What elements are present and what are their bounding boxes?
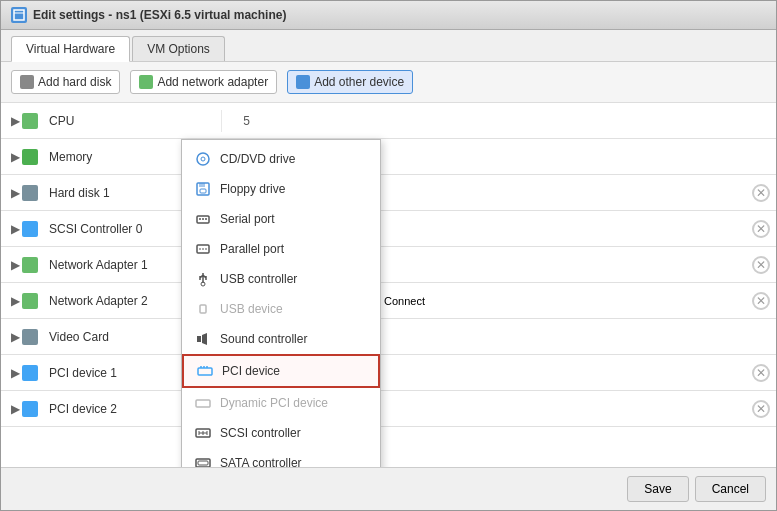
cd-dvd-label: CD/DVD drive bbox=[220, 152, 295, 166]
table-row: ▶ Memory 12 bbox=[1, 139, 776, 175]
sata-controller-label: SATA controller bbox=[220, 456, 302, 467]
menu-item-usb-controller[interactable]: USB controller bbox=[182, 264, 380, 294]
svg-rect-18 bbox=[198, 368, 212, 375]
menu-item-scsi-controller[interactable]: SCSI controller bbox=[182, 418, 380, 448]
usb-controller-label: USB controller bbox=[220, 272, 297, 286]
menu-item-cd-dvd[interactable]: CD/DVD drive bbox=[182, 144, 380, 174]
menu-item-floppy[interactable]: Floppy drive bbox=[182, 174, 380, 204]
pci-device-menu-icon bbox=[196, 362, 214, 380]
sound-controller-label: Sound controller bbox=[220, 332, 307, 346]
expand-hdd1[interactable]: ▶ bbox=[5, 186, 21, 200]
add-other-device-dropdown: CD/DVD drive Floppy drive Serial port bbox=[181, 139, 381, 467]
device-list: ▶ CPU 5 ▶ Memory 12 bbox=[1, 103, 776, 467]
svg-rect-22 bbox=[196, 400, 210, 407]
save-button[interactable]: Save bbox=[627, 476, 688, 502]
svg-rect-29 bbox=[198, 461, 208, 465]
memory-icon bbox=[21, 148, 39, 166]
serial-port-label: Serial port bbox=[220, 212, 275, 226]
add-network-adapter-button[interactable]: Add network adapter bbox=[130, 70, 277, 94]
parallel-port-label: Parallel port bbox=[220, 242, 284, 256]
svg-rect-5 bbox=[199, 183, 205, 187]
menu-item-dynamic-pci: Dynamic PCI device bbox=[182, 388, 380, 418]
hdd1-icon bbox=[21, 184, 39, 202]
table-row: ▶ SCSI Controller 0 LSI ✕ bbox=[1, 211, 776, 247]
floppy-icon bbox=[194, 180, 212, 198]
sata-controller-icon bbox=[194, 454, 212, 467]
scsi0-icon bbox=[21, 220, 39, 238]
svg-point-10 bbox=[205, 218, 207, 220]
svg-rect-0 bbox=[14, 10, 24, 20]
video-icon bbox=[21, 328, 39, 346]
cpu-icon bbox=[21, 112, 39, 130]
net2-remove[interactable]: ✕ bbox=[752, 292, 770, 310]
menu-item-sound-controller[interactable]: Sound controller bbox=[182, 324, 380, 354]
table-row: ▶ PCI device 1 c6x ✕ bbox=[1, 355, 776, 391]
cpu-value: 5 bbox=[221, 110, 271, 132]
table-row: ▶ Network Adapter 2 PG1 Connect ✕ bbox=[1, 283, 776, 319]
main-window: Edit settings - ns1 (ESXi 6.5 virtual ma… bbox=[0, 0, 777, 511]
svg-rect-16 bbox=[200, 305, 206, 313]
net2-icon bbox=[21, 292, 39, 310]
pci2-icon bbox=[21, 400, 39, 418]
table-row: ▶ CPU 5 bbox=[1, 103, 776, 139]
parallel-port-icon bbox=[194, 240, 212, 258]
menu-item-parallel-port[interactable]: Parallel port bbox=[182, 234, 380, 264]
table-row: ▶ Hard disk 1 20 ✕ bbox=[1, 175, 776, 211]
svg-rect-6 bbox=[200, 189, 206, 193]
svg-point-9 bbox=[202, 218, 204, 220]
add-other-device-button[interactable]: Add other device bbox=[287, 70, 413, 94]
window-title: Edit settings - ns1 (ESXi 6.5 virtual ma… bbox=[33, 8, 286, 22]
tab-vm-options[interactable]: VM Options bbox=[132, 36, 225, 61]
cpu-label: CPU bbox=[43, 106, 221, 136]
dynamic-pci-label: Dynamic PCI device bbox=[220, 396, 328, 410]
menu-item-serial-port[interactable]: Serial port bbox=[182, 204, 380, 234]
tab-bar: Virtual Hardware VM Options bbox=[1, 30, 776, 62]
hdd1-remove[interactable]: ✕ bbox=[752, 184, 770, 202]
menu-item-pci-device[interactable]: PCI device bbox=[182, 354, 380, 388]
net1-icon bbox=[21, 256, 39, 274]
title-bar: Edit settings - ns1 (ESXi 6.5 virtual ma… bbox=[1, 1, 776, 30]
expand-scsi0[interactable]: ▶ bbox=[5, 222, 21, 236]
expand-pci2[interactable]: ▶ bbox=[5, 402, 21, 416]
expand-net1[interactable]: ▶ bbox=[5, 258, 21, 272]
expand-memory[interactable]: ▶ bbox=[5, 150, 21, 164]
expand-cpu[interactable]: ▶ bbox=[5, 114, 21, 128]
menu-item-sata-controller[interactable]: SATA controller bbox=[182, 448, 380, 467]
window-icon bbox=[11, 7, 27, 23]
usb-device-icon bbox=[194, 300, 212, 318]
toolbar: Add hard disk Add network adapter Add ot… bbox=[1, 62, 776, 103]
expand-video[interactable]: ▶ bbox=[5, 330, 21, 344]
hdd-icon bbox=[20, 75, 34, 89]
tab-virtual-hardware[interactable]: Virtual Hardware bbox=[11, 36, 130, 62]
table-row: ▶ Network Adapter 1 VM ✕ bbox=[1, 247, 776, 283]
pci2-remove[interactable]: ✕ bbox=[752, 400, 770, 418]
scsi0-remove[interactable]: ✕ bbox=[752, 220, 770, 238]
net-icon bbox=[139, 75, 153, 89]
usb-controller-icon bbox=[194, 270, 212, 288]
footer: Save Cancel bbox=[1, 467, 776, 510]
serial-port-icon bbox=[194, 210, 212, 228]
scsi-controller-label: SCSI controller bbox=[220, 426, 301, 440]
svg-rect-17 bbox=[197, 336, 201, 342]
expand-net2[interactable]: ▶ bbox=[5, 294, 21, 308]
net1-remove[interactable]: ✕ bbox=[752, 256, 770, 274]
table-row: ▶ Video Card Spe bbox=[1, 319, 776, 355]
scsi-controller-menu-icon bbox=[194, 424, 212, 442]
floppy-label: Floppy drive bbox=[220, 182, 285, 196]
cd-dvd-icon bbox=[194, 150, 212, 168]
expand-pci1[interactable]: ▶ bbox=[5, 366, 21, 380]
other-device-icon bbox=[296, 75, 310, 89]
svg-point-2 bbox=[197, 153, 209, 165]
sound-controller-icon bbox=[194, 330, 212, 348]
dynamic-pci-icon bbox=[194, 394, 212, 412]
menu-item-usb-device: USB device bbox=[182, 294, 380, 324]
pci1-icon bbox=[21, 364, 39, 382]
cancel-button[interactable]: Cancel bbox=[695, 476, 766, 502]
cpu-extra bbox=[271, 117, 746, 125]
svg-point-3 bbox=[201, 157, 205, 161]
pci1-remove[interactable]: ✕ bbox=[752, 364, 770, 382]
table-row: ▶ PCI device 2 c6x ✕ bbox=[1, 391, 776, 427]
add-hard-disk-button[interactable]: Add hard disk bbox=[11, 70, 120, 94]
usb-device-label: USB device bbox=[220, 302, 283, 316]
pci-device-label: PCI device bbox=[222, 364, 280, 378]
